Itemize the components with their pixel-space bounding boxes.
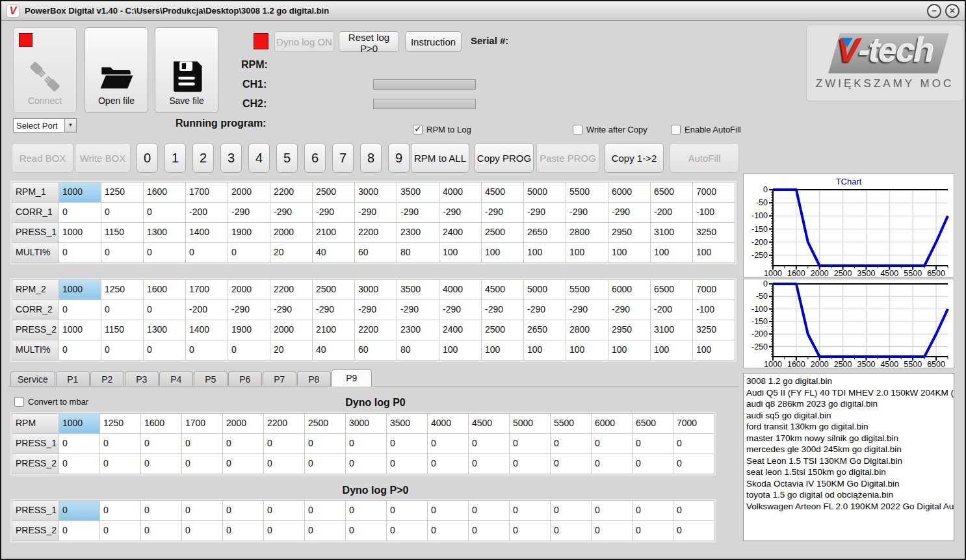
table-cell[interactable]: 0 — [59, 454, 100, 474]
table-cell[interactable]: 2800 — [566, 223, 608, 243]
digit-button-3[interactable]: 3 — [220, 143, 242, 173]
table-cell[interactable]: 0 — [428, 454, 469, 474]
table-cell[interactable]: 40 — [313, 243, 355, 263]
table-cell[interactable]: 1400 — [186, 223, 228, 243]
table-cell[interactable]: 0 — [101, 300, 144, 320]
digit-button-8[interactable]: 8 — [360, 143, 382, 173]
select-port-dropdown[interactable]: Select Port ▼ — [13, 118, 77, 133]
file-list-item[interactable]: Seat Leon 1.5 TSI 130KM Go Digital.bin — [746, 455, 954, 467]
table-cell[interactable]: -290 — [608, 300, 651, 320]
table-cell[interactable]: 2650 — [524, 223, 566, 243]
table-cell[interactable]: 1400 — [186, 320, 228, 340]
table-cell[interactable]: 2000 — [270, 320, 313, 340]
table-cell[interactable]: 100 — [524, 243, 566, 263]
table-cell[interactable]: 4500 — [469, 414, 510, 434]
table-cell[interactable]: 5000 — [510, 414, 551, 434]
digit-button-2[interactable]: 2 — [192, 143, 214, 173]
digit-button-5[interactable]: 5 — [276, 143, 298, 173]
table-cell[interactable]: 0 — [59, 340, 101, 361]
table-cell[interactable]: -290 — [397, 203, 439, 223]
table-cell[interactable]: 0 — [346, 434, 387, 454]
close-button[interactable]: ✕ — [945, 4, 959, 18]
table-cell[interactable]: 1000 — [59, 183, 101, 203]
instruction-button[interactable]: Instruction — [405, 31, 462, 52]
table-cell[interactable]: 2200 — [355, 223, 397, 243]
tab-p4[interactable]: P4 — [159, 371, 193, 387]
table-cell[interactable]: 0 — [100, 501, 141, 521]
file-list-item[interactable]: ford transit 130km go digital.bin — [746, 421, 954, 433]
minimize-button[interactable]: − — [927, 4, 941, 18]
table-cell[interactable]: 1600 — [144, 280, 186, 300]
table-cell[interactable]: 0 — [592, 501, 633, 521]
table-cell[interactable]: 0 — [510, 454, 551, 474]
table-cell[interactable]: 4000 — [439, 280, 482, 300]
table-cell[interactable]: 100 — [482, 243, 524, 263]
table-cell[interactable]: 0 — [59, 203, 101, 223]
table-cell[interactable]: 0 — [182, 454, 223, 474]
table-cell[interactable]: 100 — [439, 243, 482, 263]
table-cell[interactable]: -290 — [524, 300, 566, 320]
table-cell[interactable]: 0 — [228, 243, 270, 263]
tab-p1[interactable]: P1 — [56, 371, 90, 387]
table-cell[interactable]: 0 — [101, 340, 144, 361]
digit-button-7[interactable]: 7 — [332, 143, 354, 173]
table-cell[interactable]: 1250 — [100, 414, 141, 434]
file-list-item[interactable]: Audi Q5 II (FY FL) 40 TDI MHEV 2.0 150kW… — [746, 387, 954, 399]
table-cell[interactable]: 0 — [264, 454, 305, 474]
table-cell[interactable]: 0 — [469, 521, 510, 541]
table-cell[interactable]: 60 — [355, 243, 397, 263]
table-cell[interactable]: -200 — [186, 203, 228, 223]
table-cell[interactable]: 0 — [59, 434, 100, 454]
table-cell[interactable]: 100 — [608, 340, 651, 361]
table-cell[interactable]: 0 — [144, 300, 186, 320]
table-cell[interactable]: 6000 — [608, 280, 651, 300]
table-cell[interactable]: 0 — [305, 434, 346, 454]
table-cell[interactable]: 7000 — [693, 183, 735, 203]
table-cell[interactable]: 0 — [186, 243, 228, 263]
table-cell[interactable]: -290 — [313, 300, 355, 320]
table-cell[interactable]: 5000 — [524, 280, 566, 300]
table-cell[interactable]: 1300 — [144, 223, 186, 243]
table-cell[interactable]: 1250 — [101, 280, 144, 300]
digit-button-4[interactable]: 4 — [248, 143, 270, 173]
table-cell[interactable]: 2100 — [313, 320, 355, 340]
table-cell[interactable]: -290 — [566, 300, 608, 320]
copy-prog-button[interactable]: Copy PROG — [475, 143, 534, 173]
table-cell[interactable]: 2100 — [313, 223, 355, 243]
table-cell[interactable]: 80 — [397, 243, 439, 263]
table-cell[interactable]: 6500 — [651, 183, 693, 203]
table-cell[interactable]: 2500 — [313, 183, 355, 203]
tab-p7[interactable]: P7 — [263, 371, 296, 387]
table-cell[interactable]: 1700 — [186, 183, 228, 203]
table-cell[interactable]: 3250 — [693, 320, 735, 340]
table-cell[interactable]: 1900 — [228, 223, 270, 243]
table-cell[interactable]: 0 — [100, 454, 141, 474]
table-cell[interactable]: 3000 — [346, 414, 387, 434]
table-cell[interactable]: 0 — [387, 501, 428, 521]
table-cell[interactable]: 2200 — [355, 320, 397, 340]
table-cell[interactable]: 2000 — [270, 223, 313, 243]
connect-button[interactable]: Connect — [13, 27, 77, 113]
table-cell[interactable]: 2200 — [270, 183, 313, 203]
table-cell[interactable]: 1600 — [141, 414, 182, 434]
table-cell[interactable]: 1700 — [186, 280, 228, 300]
table-cell[interactable]: 0 — [223, 454, 264, 474]
table-cell[interactable]: 0 — [469, 454, 510, 474]
table-cell[interactable]: 0 — [305, 501, 346, 521]
file-list-item[interactable]: audi sq5 go digital.bin — [746, 410, 954, 422]
table-cell[interactable]: -290 — [439, 203, 482, 223]
table-cell[interactable]: -290 — [355, 203, 397, 223]
enable-autofill-checkbox[interactable]: Enable AutoFill — [671, 125, 741, 134]
table-cell[interactable]: 3500 — [397, 280, 439, 300]
table-cell[interactable]: 0 — [387, 454, 428, 474]
table-cell[interactable]: 2950 — [608, 223, 651, 243]
table-cell[interactable]: 3250 — [693, 223, 735, 243]
table-cell[interactable]: -100 — [693, 203, 735, 223]
table-cell[interactable]: 0 — [141, 434, 182, 454]
table-cell[interactable]: 0 — [228, 340, 270, 361]
table-cell[interactable]: -290 — [397, 300, 439, 320]
table-cell[interactable]: 1900 — [228, 320, 270, 340]
table-cell[interactable]: 100 — [651, 243, 693, 263]
table-cell[interactable]: 2300 — [397, 320, 439, 340]
table-cell[interactable]: 0 — [673, 434, 714, 454]
